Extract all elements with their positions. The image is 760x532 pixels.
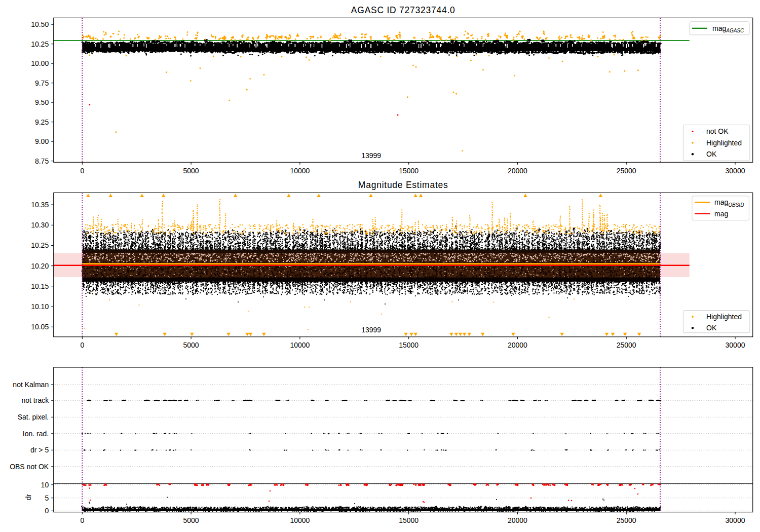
svg-text:0: 0 [80,167,84,175]
svg-text:5000: 5000 [183,341,199,349]
svg-text:30000: 30000 [726,167,745,175]
svg-text:Sat. pixel.: Sat. pixel. [18,413,49,421]
svg-text:not track: not track [21,396,49,404]
svg-text:10.25: 10.25 [31,241,49,249]
svg-text:not Kalman: not Kalman [13,381,49,389]
svg-text:20000: 20000 [508,167,527,175]
svg-text:25000: 25000 [617,167,636,175]
svg-text:8.75: 8.75 [35,157,49,165]
svg-text:30000: 30000 [726,341,745,349]
svg-text:AGASC ID 727323744.0: AGASC ID 727323744.0 [351,5,455,15]
svg-text:9.25: 9.25 [35,118,49,126]
svg-text:10.15: 10.15 [31,282,49,290]
svg-text:20000: 20000 [508,341,527,349]
svg-text:9.00: 9.00 [35,137,49,145]
svg-text:mag: mag [714,210,728,218]
svg-text:10.50: 10.50 [31,20,49,28]
svg-text:OBS not OK: OBS not OK [10,463,49,471]
svg-text:5: 5 [45,494,49,502]
svg-text:dr > 5: dr > 5 [30,446,49,454]
svg-text:15000: 15000 [399,167,419,175]
svg-text:9.50: 9.50 [35,98,49,106]
svg-text:15000: 15000 [399,341,419,349]
svg-text:OK: OK [706,324,717,332]
svg-text:10000: 10000 [290,167,310,175]
svg-text:13999: 13999 [361,151,381,160]
svg-text:OK: OK [706,150,717,158]
svg-text:10.20: 10.20 [31,262,49,270]
svg-text:10: 10 [41,481,49,489]
svg-text:Ion. rad.: Ion. rad. [23,430,49,438]
svg-text:25000: 25000 [617,341,636,349]
svg-text:0: 0 [80,516,84,524]
svg-text:10000: 10000 [290,516,310,524]
svg-text:9.75: 9.75 [35,79,49,87]
svg-text:25000: 25000 [617,516,636,524]
svg-text:Highlighted: Highlighted [706,139,742,147]
svg-text:not OK: not OK [706,127,729,135]
svg-text:10.05: 10.05 [31,323,49,331]
svg-text:10.30: 10.30 [31,221,49,229]
svg-text:0: 0 [45,507,49,515]
svg-text:15000: 15000 [399,516,419,524]
svg-text:Magnitude Estimates: Magnitude Estimates [358,180,448,190]
svg-text:dr: dr [24,493,32,500]
svg-text:10.00: 10.00 [31,59,49,67]
svg-text:10.10: 10.10 [31,302,49,311]
svg-text:5000: 5000 [183,516,199,524]
svg-text:13999: 13999 [361,326,381,334]
svg-text:0: 0 [80,341,84,349]
svg-text:10.25: 10.25 [31,40,49,48]
svg-text:30000: 30000 [726,516,745,524]
svg-text:20000: 20000 [508,516,527,524]
svg-text:Highlighted: Highlighted [706,313,742,321]
svg-text:10.35: 10.35 [31,201,49,209]
svg-text:5000: 5000 [183,167,199,175]
svg-text:10000: 10000 [290,341,310,349]
